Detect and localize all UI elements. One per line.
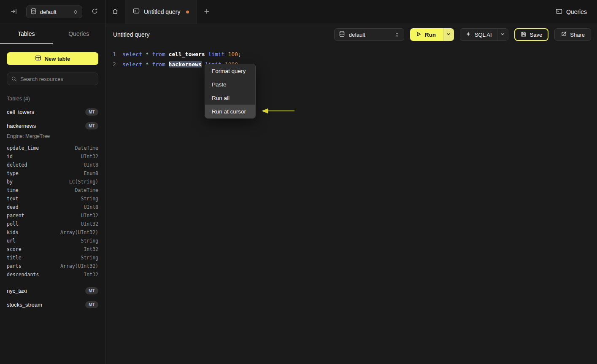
column-row: partsArray(UInt32): [7, 262, 98, 270]
column-type: DateTime: [75, 145, 98, 151]
table-engine-badge: MT: [85, 287, 98, 294]
column-type: Array(UInt32): [60, 229, 98, 235]
menu-item-run-all[interactable]: Run all: [205, 91, 255, 105]
queries-button[interactable]: Queries: [556, 8, 587, 16]
line-number: 1: [105, 51, 116, 57]
share-label: Share: [570, 32, 585, 38]
search-input-wrapper: [7, 73, 98, 85]
column-row: titleString: [7, 253, 98, 262]
column-name: by: [7, 179, 13, 185]
column-name: parent: [7, 213, 24, 218]
tab-strip: Untitled query: [105, 0, 216, 24]
tables-section-label: Tables (4): [7, 96, 98, 102]
new-tab-button[interactable]: [197, 0, 216, 24]
table-name: hackernews: [7, 123, 36, 129]
queries-icon: [556, 8, 562, 16]
new-table-button[interactable]: New table: [7, 52, 98, 65]
column-name: dead: [7, 204, 19, 210]
column-type: UInt32: [81, 213, 98, 218]
column-name: poll: [7, 221, 19, 227]
column-row: descendantsInt32: [7, 270, 98, 279]
sidebar-tab-tables[interactable]: Tables: [0, 24, 53, 44]
annotation-arrow: [261, 107, 296, 117]
run-dropdown-button[interactable]: [443, 28, 454, 41]
table-row-cell-towers[interactable]: cell_towers MT: [0, 105, 105, 119]
column-row: urlString: [7, 237, 98, 245]
sidebar-tabs: Tables Queries: [0, 24, 105, 44]
sidebar-tab-queries[interactable]: Queries: [53, 24, 105, 44]
database-selector[interactable]: default: [26, 5, 83, 18]
table-row-stocks-stream[interactable]: stocks_stream MT: [0, 298, 105, 312]
save-label: Save: [530, 32, 543, 38]
query-tab-title: Untitled query: [144, 8, 180, 15]
sql-ai-dropdown-button[interactable]: [497, 29, 508, 40]
database-icon: [339, 31, 345, 39]
save-icon: [521, 31, 527, 38]
run-label: Run: [425, 32, 436, 38]
chevron-down-icon: [500, 32, 505, 38]
query-tab-icon: [133, 8, 140, 16]
code-line[interactable]: 2select * from hackernews limit 1000: [105, 59, 597, 69]
column-row: kidsArray(UInt32): [7, 228, 98, 237]
editor-lines: 1select * from cell_towers limit 100;2se…: [105, 49, 597, 69]
sql-ai-label: SQL AI: [475, 32, 492, 38]
column-type: Array(UInt32): [60, 263, 98, 269]
save-button[interactable]: Save: [514, 28, 549, 41]
sidebar: Tables Queries New table Tables (4) cell…: [0, 24, 105, 364]
column-name: descendants: [7, 272, 39, 278]
page-title: Untitled query: [113, 31, 149, 38]
column-name: text: [7, 196, 19, 202]
column-name: title: [7, 255, 22, 261]
column-name: id: [7, 154, 13, 159]
query-tab[interactable]: Untitled query: [125, 0, 197, 24]
sql-editor[interactable]: 1select * from cell_towers limit 100;2se…: [105, 45, 597, 69]
table-engine-badge: MT: [85, 301, 98, 308]
menu-item-format-query[interactable]: Format query: [205, 64, 255, 78]
unsaved-indicator-dot: [186, 11, 189, 13]
column-type: UInt8: [84, 204, 98, 210]
column-name: parts: [7, 263, 22, 269]
play-icon: [416, 31, 421, 38]
hackernews-columns: update_timeDateTimeidUInt32deletedUInt8t…: [0, 143, 105, 284]
column-type: UInt8: [84, 162, 98, 168]
table-row-hackernews[interactable]: hackernews MT: [0, 119, 105, 133]
home-button[interactable]: [105, 0, 125, 24]
updown-chevrons-icon: [73, 9, 78, 15]
search-input[interactable]: [7, 73, 98, 85]
column-name: type: [7, 170, 19, 176]
column-type: DateTime: [75, 187, 98, 193]
table-name: nyc_taxi: [7, 288, 27, 294]
column-type: String: [81, 255, 98, 261]
table-name: stocks_stream: [7, 302, 42, 308]
share-button[interactable]: Share: [554, 28, 591, 41]
sql-ai-button[interactable]: SQL AI: [460, 29, 497, 40]
line-number: 2: [105, 61, 116, 67]
toolbar-database-label: default: [349, 32, 365, 38]
column-row: idUInt32: [7, 152, 98, 161]
topbar: default: [0, 0, 597, 24]
table-grid-icon: [35, 55, 41, 62]
column-row: pollUInt32: [7, 220, 98, 228]
collapse-sidebar-button[interactable]: [8, 6, 19, 17]
main-area: Untitled query default: [105, 24, 597, 364]
refresh-button[interactable]: [89, 6, 100, 17]
menu-item-paste[interactable]: Paste: [205, 78, 255, 91]
ai-sparkle-icon: [465, 31, 471, 38]
column-name: time: [7, 187, 19, 193]
chevron-down-icon: [446, 32, 451, 38]
column-type: String: [81, 196, 98, 202]
context-menu: Format queryPasteRun allRun at cursor: [205, 64, 256, 119]
database-selector-label: default: [40, 9, 57, 15]
run-button[interactable]: Run: [410, 28, 443, 41]
column-row: deadUInt8: [7, 203, 98, 211]
editor-header: Untitled query default: [105, 24, 597, 45]
code-line[interactable]: 1select * from cell_towers limit 100;: [105, 49, 597, 59]
content: Tables Queries New table Tables (4) cell…: [0, 24, 597, 364]
menu-item-run-at-cursor[interactable]: Run at cursor: [205, 105, 255, 118]
column-name: url: [7, 238, 16, 244]
toolbar-database-selector[interactable]: default: [334, 28, 404, 41]
refresh-icon: [92, 8, 98, 16]
run-button-group: Run: [410, 28, 454, 41]
table-row-nyc-taxi[interactable]: nyc_taxi MT: [0, 284, 105, 298]
home-icon: [112, 8, 119, 16]
